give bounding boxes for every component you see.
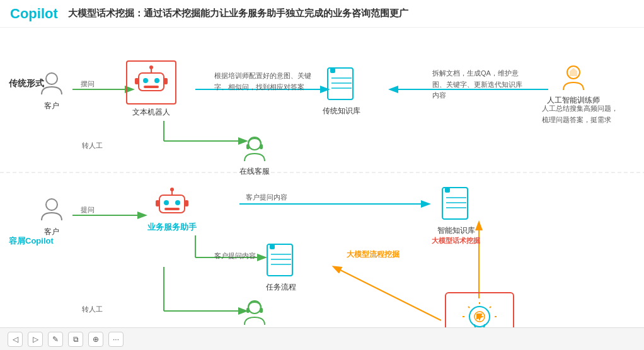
task-flow-label: 任务流程: [266, 282, 296, 293]
svg-rect-21: [135, 78, 139, 84]
svg-rect-47: [270, 244, 275, 249]
svg-point-36: [164, 200, 169, 205]
svg-point-17: [149, 65, 153, 69]
biz-assistant-node: 业务服务助手: [147, 188, 197, 233]
traditional-kb-node: 传统知识库: [323, 65, 360, 116]
customer1-label: 客户: [44, 101, 59, 111]
traditional-kb-icon: [325, 65, 358, 103]
online-service2-icon: [239, 297, 270, 327]
ai-trainer-desc: 人工总结搜集高频问题，梳理问题答案，挺需求: [542, 103, 624, 125]
svg-rect-20: [144, 86, 159, 88]
llm-term-mining-label: 大模型话术挖掘: [432, 236, 480, 246]
toolbar-btn-copy[interactable]: ⧉: [68, 332, 83, 347]
svg-rect-64: [260, 308, 263, 313]
robot-icon: [134, 65, 169, 97]
customer-q1-label: 客户提问内容: [246, 193, 287, 202]
svg-point-32: [46, 199, 57, 210]
svg-rect-24: [330, 68, 335, 73]
text-robot-box: [126, 60, 176, 104]
smart-kb-label: 智能知识库: [437, 225, 475, 236]
svg-point-37: [175, 200, 180, 205]
svg-line-11: [334, 267, 441, 320]
ask1-label: 摆问: [81, 79, 95, 89]
robot-desc: 根据培训师配置好的意图、关键字、相似问，找到相应对答案: [214, 71, 315, 93]
svg-line-57: [468, 307, 469, 308]
online-service1-node: 在线客服: [239, 133, 270, 177]
main-canvas: 传统形式 容屑Copilot 客户 摆问: [0, 28, 644, 350]
toolbar: ◁ ▷ ✎ ⧉ ⊕ ···: [0, 327, 644, 350]
traditional-kb-label: 传统知识库: [323, 106, 360, 116]
header-title: 大模型话术挖掘：通过话术挖掘能力让业务服务助手独立完成的业务咨询范围更广: [68, 8, 408, 20]
ask2-label: 提问: [81, 205, 95, 215]
svg-rect-63: [246, 308, 250, 313]
svg-rect-22: [164, 78, 168, 84]
customer-q2-label: 客户提问内容: [214, 251, 256, 261]
svg-point-19: [154, 78, 159, 83]
customer2-node: 客户: [38, 196, 66, 237]
ai-trainer-icon: [558, 62, 589, 93]
customer1-icon: [38, 71, 66, 98]
biz-assistant-icon: [154, 188, 190, 219]
svg-rect-40: [185, 200, 188, 206]
svg-point-35: [170, 188, 174, 191]
toolbar-btn-zoom[interactable]: ⊕: [88, 332, 103, 347]
ai-trainer-node: 人工智能训练师: [547, 62, 600, 106]
llm-flow-mining-label: 大模型流程挖掘: [347, 249, 400, 260]
customer1-node: 客户: [38, 71, 66, 111]
biz-assistant-label: 业务服务助手: [147, 222, 197, 233]
svg-rect-38: [164, 208, 180, 210]
svg-point-14: [46, 73, 57, 84]
svg-rect-30: [246, 144, 250, 149]
task-flow-icon: [265, 242, 297, 279]
logo: Copilot: [10, 6, 58, 22]
header: Copilot 大模型话术挖掘：通过话术挖掘能力让业务服务助手独立完成的业务咨询…: [0, 0, 644, 28]
svg-rect-39: [156, 200, 159, 206]
smart-kb-node: 智能知识库 大模型话术挖掘: [432, 185, 480, 246]
smart-kb-icon: [440, 185, 473, 223]
svg-rect-42: [445, 188, 450, 193]
online-service1-icon: [239, 133, 270, 164]
text-robot-label: 文本机器人: [132, 107, 170, 118]
transfer2-label: 转人工: [82, 305, 103, 314]
customer2-icon: [38, 196, 66, 224]
transfer1-label: 转人工: [82, 141, 103, 150]
toolbar-btn-forward[interactable]: ▷: [28, 332, 43, 347]
text-robot-node: 文本机器人: [126, 60, 176, 118]
svg-rect-31: [260, 144, 263, 149]
toolbar-btn-back[interactable]: ◁: [8, 332, 23, 347]
toolbar-btn-more[interactable]: ···: [108, 332, 124, 347]
task-flow-node: 任务流程: [265, 242, 297, 293]
customer2-label: 客户: [44, 227, 59, 237]
toolbar-btn-edit[interactable]: ✎: [48, 332, 63, 347]
online-service1-label: 在线客服: [239, 166, 270, 177]
svg-point-18: [143, 78, 148, 83]
svg-line-55: [490, 307, 491, 308]
kb-desc: 拆解文档，生成QA，维护意图、关键字、更新迭代知识库内容: [432, 68, 527, 101]
